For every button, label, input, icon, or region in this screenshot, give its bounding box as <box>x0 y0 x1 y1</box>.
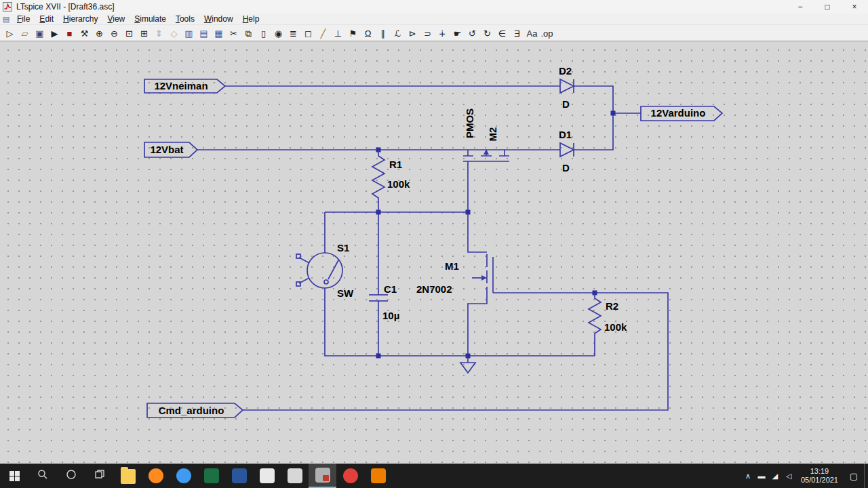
taskbar-app-word[interactable] <box>225 464 253 488</box>
diode-d2[interactable]: D2 D <box>559 65 574 110</box>
task-view-button[interactable] <box>85 464 114 488</box>
d1-name-label[interactable]: D1 <box>559 129 572 140</box>
ground-icon[interactable]: ⊥ <box>331 26 345 40</box>
start-button[interactable] <box>0 464 28 488</box>
r2-value-label[interactable]: 100k <box>604 321 627 333</box>
net-flag-cmd-arduino[interactable]: Cmd_arduino <box>147 403 243 418</box>
copy-icon[interactable]: ⧉ <box>241 26 256 40</box>
rotate-icon[interactable]: ∈ <box>495 26 509 40</box>
d2-value-label[interactable]: D <box>562 98 570 110</box>
taskbar-app-vlc[interactable] <box>364 464 392 488</box>
net-label-12vbat[interactable]: 12Vbat <box>150 144 183 155</box>
net-label-12vneiman[interactable]: 12Vneiman <box>154 80 208 92</box>
menu-file[interactable]: File <box>12 14 35 25</box>
net-flag-12vneiman[interactable]: 12Vneiman <box>144 79 225 93</box>
text-icon[interactable]: Aa <box>525 26 539 40</box>
find-icon[interactable]: ◉ <box>271 26 285 40</box>
tile-horizontal-icon[interactable]: ▤ <box>197 26 211 40</box>
taskbar-app-thunderbird[interactable] <box>170 464 197 488</box>
action-center-button[interactable]: ▢ <box>844 464 864 488</box>
pmos-m2[interactable]: PMOS M2 <box>463 108 509 161</box>
undo-icon[interactable]: ↺ <box>465 26 479 40</box>
m1-name-label[interactable]: M1 <box>445 260 459 272</box>
volume-icon[interactable]: ◁ <box>782 472 795 481</box>
taskbar-app-opera[interactable] <box>336 464 364 488</box>
diode-d1[interactable]: D1 D <box>559 129 574 174</box>
capacitor-icon[interactable]: ∥ <box>376 26 390 40</box>
taskbar-app-file-explorer[interactable] <box>114 464 142 488</box>
zoom-out-icon[interactable]: ⊖ <box>107 26 121 40</box>
cortana-button[interactable] <box>57 464 85 488</box>
cascade-windows-icon[interactable]: ▦ <box>212 26 226 40</box>
menu-hierarchy[interactable]: Hierarchy <box>58 14 102 25</box>
taskbar-app-ltspice[interactable] <box>309 464 336 488</box>
diode-icon[interactable]: ⊳ <box>406 26 420 40</box>
open-file-icon[interactable]: ▱ <box>18 26 32 40</box>
menu-simulate[interactable]: Simulate <box>130 14 171 25</box>
r1-name-label[interactable]: R1 <box>389 159 402 170</box>
tile-vertical-icon[interactable]: ▥ <box>182 26 196 40</box>
net-label-12varduino[interactable]: 12Varduino <box>651 107 706 119</box>
r1-value-label[interactable]: 100k <box>387 178 410 190</box>
menu-edit[interactable]: Edit <box>35 14 58 25</box>
ground-symbol[interactable] <box>460 363 475 373</box>
inductor-icon[interactable]: ℒ <box>391 26 405 40</box>
menu-window[interactable]: Window <box>199 14 238 25</box>
paste-icon[interactable]: ▯ <box>256 26 271 40</box>
draw-wire-icon[interactable]: ╱ <box>316 26 330 40</box>
net-label-cmd-arduino[interactable]: Cmd_arduino <box>159 405 224 416</box>
nmos-m1[interactable]: M1 2N7002 <box>416 254 493 300</box>
print-icon[interactable]: ≣ <box>286 26 300 40</box>
close-button[interactable]: × <box>841 0 868 14</box>
c1-name-label[interactable]: C1 <box>384 283 397 295</box>
schematic-canvas[interactable]: 12Vneiman 12Vbat 12Varduino Cmd_arduino <box>0 41 868 464</box>
taskbar-clock[interactable]: 13:19 05/01/2021 <box>795 464 844 488</box>
c1-value-label[interactable]: 10µ <box>382 310 399 321</box>
wires[interactable] <box>197 86 668 410</box>
move-icon[interactable]: ∔ <box>435 26 450 40</box>
search-button[interactable] <box>28 464 57 488</box>
new-schematic-icon[interactable]: ▷ <box>3 26 17 40</box>
capacitor-c1[interactable]: C1 10µ <box>369 283 399 321</box>
taskbar-app-firefox[interactable] <box>142 464 170 488</box>
menu-help[interactable]: Help <box>238 14 264 25</box>
r2-name-label[interactable]: R2 <box>606 300 618 312</box>
taskbar-app-excel[interactable] <box>197 464 225 488</box>
halt-icon[interactable]: ■ <box>62 26 77 40</box>
m2-name-label[interactable]: M2 <box>487 127 498 142</box>
component-icon[interactable]: ⊃ <box>420 26 435 40</box>
autorange-icon[interactable]: ⇕ <box>152 26 166 40</box>
mirror-icon[interactable]: Ǝ <box>510 26 524 40</box>
m1-value-label[interactable]: 2N7002 <box>416 283 452 295</box>
battery-icon[interactable]: ▬ <box>755 472 768 480</box>
s1-name-label[interactable]: S1 <box>337 242 349 253</box>
d1-value-label[interactable]: D <box>562 162 570 174</box>
print-preview-icon[interactable]: ◻ <box>301 26 315 40</box>
pan-icon[interactable]: ◇ <box>167 26 181 40</box>
hidden-icons-chevron-icon[interactable]: ∧ <box>741 472 755 481</box>
resistor-icon[interactable]: Ω <box>361 26 375 40</box>
label-net-icon[interactable]: ⚑ <box>346 26 360 40</box>
run-icon[interactable]: ▶ <box>47 26 62 40</box>
menu-tools[interactable]: Tools <box>171 14 199 25</box>
net-flag-12vbat[interactable]: 12Vbat <box>144 142 197 157</box>
net-flag-12varduino[interactable]: 12Varduino <box>641 106 722 121</box>
d2-name-label[interactable]: D2 <box>559 65 572 77</box>
show-desktop-button[interactable] <box>864 464 868 488</box>
menu-view[interactable]: View <box>102 14 130 25</box>
maximize-button[interactable]: □ <box>814 0 841 14</box>
control-panel-icon[interactable]: ⚒ <box>77 26 92 40</box>
resistor-r1[interactable]: R1 100k <box>372 150 410 212</box>
taskbar-app-miktex[interactable] <box>281 464 309 488</box>
zoom-in-icon[interactable]: ⊕ <box>92 26 106 40</box>
network-icon[interactable]: ◢ <box>768 472 782 481</box>
spice-directive-icon[interactable]: .op <box>540 26 554 40</box>
taskbar-app-notepad[interactable] <box>253 464 281 488</box>
m2-value-label[interactable]: PMOS <box>464 108 475 138</box>
s1-value-label[interactable]: SW <box>337 287 354 299</box>
minimize-button[interactable]: − <box>787 0 814 14</box>
zoom-fit-icon[interactable]: ⊞ <box>137 26 151 40</box>
redo-icon[interactable]: ↻ <box>480 26 494 40</box>
save-icon[interactable]: ▣ <box>33 26 47 40</box>
resistor-r2[interactable]: R2 100k <box>589 293 627 356</box>
